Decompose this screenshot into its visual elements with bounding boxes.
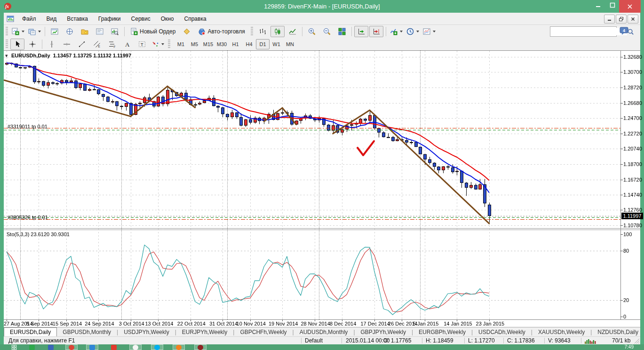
templates-button[interactable] [421,26,437,37]
chevron-down-icon[interactable] [161,43,164,45]
menu-графики[interactable]: Графики [93,13,126,24]
timeframe-d1[interactable]: D1 [256,39,270,49]
one-click-trading-arrow[interactable]: ▾ [5,53,8,59]
taskbar-icon-store[interactable] [29,345,35,350]
terminal-button[interactable] [93,26,107,37]
toolbar-grip[interactable] [6,40,8,49]
crosshair-tool[interactable] [25,39,40,50]
taskbar-clock: 7:49 [625,344,634,350]
maximize-button[interactable] [606,0,619,10]
child-restore-button[interactable] [616,15,627,24]
resize-grip[interactable] [634,338,640,344]
timeframe-h4[interactable]: H4 [242,39,256,49]
taskbar-icon-orange-app[interactable] [176,345,182,350]
autotrading-button[interactable]: Авто-торговля [195,26,248,37]
chart-candles-button[interactable] [270,26,285,37]
vertical-line-tool[interactable] [45,39,59,50]
chart-tabs-bar: EURUSDh,DailyGBPUSDh,Monthly|USDJPYh,Wee… [4,327,640,336]
date-tick-label: 23 Jan 2015 [473,321,507,326]
order-line-label[interactable]: #3319011 tp 0.01 [8,124,48,129]
profiles-button[interactable] [27,26,42,37]
taskbar-icon-blue-app[interactable] [48,345,54,350]
timeframe-m15[interactable]: M15 [201,39,215,49]
date-tick-label: 14 Jan 2015 [441,321,475,326]
tab-xauusdh-weekly[interactable]: XAUUSDh,Weekly [533,327,590,336]
svg-text:A: A [125,40,130,48]
tab-eurusdh-daily[interactable]: EURUSDh,Daily [4,327,57,336]
tab-eurjpyh-weekly[interactable]: EURJPYh,Weekly [176,327,233,336]
cursor-tool[interactable] [10,39,24,50]
horizontal-line-tool[interactable] [60,39,74,50]
zoom-in-button[interactable] [305,26,319,37]
channel-tool[interactable]: E [90,39,104,50]
timeframe-m5[interactable]: M5 [188,39,201,49]
arrange-windows-button[interactable] [335,26,349,37]
menu-сервис[interactable]: Сервис [126,13,156,24]
chevron-down-icon[interactable] [38,31,41,32]
tab-usdjpyh-weekly[interactable]: USDJPYh,Weekly [118,327,175,336]
data-window-button[interactable] [63,26,77,37]
zoom-out-button[interactable] [320,26,334,37]
tab-eurgbph-weekly[interactable]: EURGBPh,Weekly [413,327,471,336]
auto-scroll-button[interactable] [354,26,368,37]
label-tool[interactable]: T [135,39,149,50]
close-button[interactable] [619,0,641,13]
trendline-tool[interactable] [75,39,89,50]
timeframe-m30[interactable]: M30 [215,39,229,49]
metaeditor-button[interactable] [180,26,194,37]
indicators-button[interactable] [389,26,404,37]
market-watch-button[interactable] [48,26,62,37]
chart-canvas[interactable] [4,51,640,327]
status-cell-1: Default [305,337,323,344]
menu-справка[interactable]: Справка [179,13,212,24]
taskbar: 7:49 [0,344,644,350]
menu-вставка[interactable]: Вставка [62,13,93,24]
new-chart-button[interactable] [10,26,26,37]
price-tick-label: 1.32680 [623,54,644,60]
taskbar-icon-skype[interactable] [154,345,160,350]
menu-вид[interactable]: Вид [41,13,62,24]
toolbar-grip[interactable] [6,27,8,36]
chart-bars-button[interactable] [255,26,270,37]
search-input[interactable] [550,28,627,35]
chevron-down-icon[interactable] [416,31,419,32]
taskbar-icon-darkred-app[interactable] [198,345,203,350]
order-line-label[interactable]: #3805326 tp 0.01 [8,215,48,220]
child-minimize-button[interactable] [604,15,615,24]
toolbar-grip[interactable] [251,27,253,36]
child-close-button[interactable] [628,15,638,24]
chevron-down-icon[interactable] [433,31,436,32]
chart-line-button[interactable] [286,26,300,37]
community-notifications-button[interactable]: 4 [620,27,629,35]
taskbar-icon-red-a-app[interactable] [111,345,117,350]
arrows-tool[interactable] [150,39,166,50]
tab-audusdh-monthly[interactable]: AUDUSDh,Monthly [294,327,354,336]
timeframe-m1[interactable]: M1 [174,39,188,49]
taskbar-icon-blue-app-2[interactable] [89,345,95,350]
text-tool[interactable]: A [120,39,134,50]
timeframe-h1[interactable]: H1 [229,39,242,49]
tab-gbpjpyh-weekly[interactable]: GBPJPYh,Weekly [355,327,412,336]
taskbar-icon-yandex[interactable] [133,345,138,350]
fibonacci-tool[interactable]: F [105,39,119,50]
periods-button[interactable] [405,26,421,37]
tab-gbpusdh-monthly[interactable]: GBPUSDh,Monthly [57,327,117,336]
chart-shift-button[interactable] [369,26,383,37]
timeframe-mn[interactable]: MN [283,39,297,49]
tab-usdcadh-weekly[interactable]: USDCADh,Weekly [473,327,531,336]
chevron-down-icon[interactable] [400,31,403,32]
price-tick-label: 1.26680 [623,100,644,106]
taskbar-icon-chrome[interactable] [69,345,74,350]
start-button[interactable] [11,345,17,350]
menu-файл[interactable]: Файл [17,13,41,24]
timeframe-w1[interactable]: W1 [270,39,283,49]
menu-окно[interactable]: Окно [156,13,179,24]
toolbar-grip[interactable] [168,40,170,49]
navigator-button[interactable] [78,26,92,37]
strategy-tester-button[interactable] [108,26,122,37]
new-order-button[interactable]: Новый Ордер [127,26,179,37]
chevron-down-icon[interactable] [22,31,24,32]
tab-gbpchfh-weekly[interactable]: GBPCHFh,Weekly [234,327,292,336]
tab-nzdusdh-daily[interactable]: NZDUSDh,Daily [592,327,644,336]
minimize-button[interactable] [592,0,605,10]
